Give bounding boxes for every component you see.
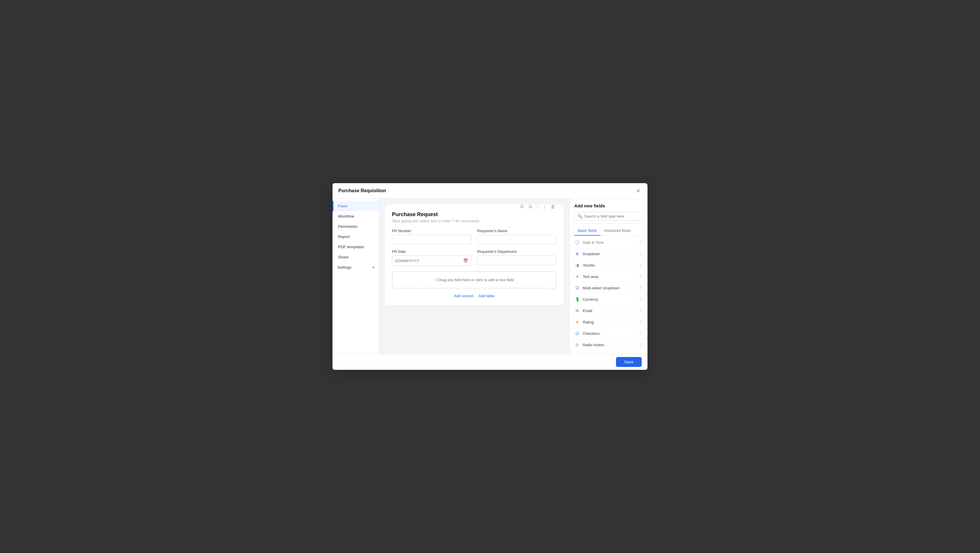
field-label-email: Email bbox=[583, 308, 592, 313]
search-box: 🔍 bbox=[574, 212, 643, 221]
modal: Purchase Requisition × Form Workflow Per… bbox=[332, 183, 648, 370]
field-item-radio-button[interactable]: ⊙ Radio button ⠿ bbox=[570, 339, 648, 351]
tab-basic-fields[interactable]: Basic fields bbox=[574, 227, 601, 236]
sidebar-item-form-label: Form bbox=[338, 204, 347, 208]
field-item-multi-select[interactable]: ☑ Multi-select dropdown ⠿ bbox=[570, 282, 648, 294]
field-item-email[interactable]: ✉ Email ⠿ bbox=[570, 305, 648, 316]
move-down-icon-button[interactable]: ↓ bbox=[542, 203, 547, 211]
field-label-rating: Rating bbox=[583, 320, 594, 324]
calendar-icon: 📅 bbox=[463, 258, 468, 263]
field-item-text-area[interactable]: ≡ Text area ⠿ bbox=[570, 271, 648, 282]
field-label-text-area: Text area bbox=[583, 275, 598, 279]
form-card-subtitle: Start typing and select text or enter '/… bbox=[392, 219, 557, 223]
drag-handle-rating[interactable]: ⠿ bbox=[640, 319, 643, 325]
sidebar-item-report-label: Report bbox=[338, 235, 350, 239]
email-icon: ✉ bbox=[574, 308, 580, 313]
modal-overlay: Purchase Requisition × Form Workflow Per… bbox=[0, 0, 980, 553]
form-card-title: Purchase Request bbox=[392, 211, 557, 218]
sidebar-item-pdf-label: PDF templates bbox=[338, 245, 364, 249]
field-label-currency: Currency bbox=[583, 297, 598, 302]
modal-body: Form Workflow Permission Report PDF temp… bbox=[332, 199, 648, 354]
form-row-1: PR Number Requester's Name bbox=[392, 229, 557, 245]
field-item-rating[interactable]: ★ Rating ⠿ bbox=[570, 316, 648, 328]
field-item-date-time[interactable]: 🕐 Date & Time ⠿ bbox=[570, 237, 648, 248]
save-button[interactable]: Save bbox=[616, 357, 642, 367]
duplicate-icon-button[interactable]: ⧉ bbox=[528, 203, 533, 211]
form-toolbar: ⚙ ⧉ ↑ ↓ 🗑 bbox=[519, 203, 557, 211]
field-label-checkbox: Checkbox bbox=[583, 331, 600, 336]
add-table-link[interactable]: Add table bbox=[479, 294, 495, 298]
sidebar-item-workflow-label: Workflow bbox=[338, 214, 354, 218]
field-label-date-time: Date & Time bbox=[583, 240, 604, 245]
sidebar: Form Workflow Permission Report PDF temp… bbox=[332, 199, 379, 354]
sidebar-item-share[interactable]: Share bbox=[332, 252, 379, 262]
radio-button-icon: ⊙ bbox=[574, 342, 580, 348]
requester-name-field: Requester's Name bbox=[477, 229, 557, 245]
drag-handle-text-area[interactable]: ⠿ bbox=[640, 274, 643, 280]
search-icon: 🔍 bbox=[578, 214, 582, 218]
sidebar-item-workflow[interactable]: Workflow bbox=[332, 211, 379, 221]
field-item-dropdown[interactable]: ⊕ Dropdown ⠿ bbox=[570, 248, 648, 260]
yes-no-icon: ◑ bbox=[574, 262, 580, 268]
sidebar-item-settings-label: Settings bbox=[337, 265, 352, 270]
move-up-icon-button[interactable]: ↑ bbox=[536, 203, 540, 211]
sidebar-item-permission-label: Permission bbox=[338, 224, 358, 229]
sidebar-item-settings[interactable]: Settings ▾ bbox=[332, 262, 379, 272]
drag-drop-text: + Drag any field here or click to add a … bbox=[435, 278, 514, 282]
sidebar-item-report[interactable]: Report bbox=[332, 232, 379, 242]
requester-dept-input[interactable] bbox=[477, 256, 557, 265]
fields-list: 🕐 Date & Time ⠿ ⊕ Dropdown ⠿ bbox=[570, 236, 648, 354]
field-item-checkbox[interactable]: ☑ Checkbox ⠿ bbox=[570, 328, 648, 339]
multi-select-icon: ☑ bbox=[574, 285, 580, 291]
pr-date-label: PR Date bbox=[392, 249, 471, 254]
field-item-currency[interactable]: 💲 Currency ⠿ bbox=[570, 294, 648, 305]
form-row-2: PR Date 📅 Requester's Department bbox=[392, 249, 557, 266]
field-label-multi-select: Multi-select dropdown bbox=[583, 286, 619, 290]
drag-handle-date-time[interactable]: ⠿ bbox=[640, 240, 643, 245]
add-links: Add section Add table bbox=[392, 292, 557, 298]
drag-handle-checkbox[interactable]: ⠿ bbox=[640, 331, 643, 336]
form-card: ⚙ ⧉ ↑ ↓ 🗑 Purchase Request Start typing … bbox=[385, 205, 563, 305]
sidebar-item-form[interactable]: Form bbox=[332, 201, 379, 211]
field-label-dropdown: Dropdown bbox=[583, 252, 600, 256]
dropdown-icon: ⊕ bbox=[574, 251, 580, 257]
drag-handle-email[interactable]: ⠿ bbox=[640, 308, 643, 313]
drag-handle-dropdown[interactable]: ⠿ bbox=[640, 251, 643, 257]
chevron-down-icon: ▾ bbox=[372, 265, 374, 270]
search-input[interactable] bbox=[584, 214, 640, 218]
rating-icon: ★ bbox=[574, 319, 580, 325]
field-item-user[interactable]: 👤 User ⠿ bbox=[570, 351, 648, 354]
date-time-icon: 🕐 bbox=[574, 240, 580, 245]
modal-title: Purchase Requisition bbox=[338, 188, 386, 193]
pr-number-label: PR Number bbox=[392, 229, 471, 233]
sidebar-item-permission[interactable]: Permission bbox=[332, 221, 379, 232]
drag-drop-zone[interactable]: + Drag any field here or click to add a … bbox=[392, 271, 557, 288]
sidebar-item-pdf-templates[interactable]: PDF templates bbox=[332, 242, 379, 252]
close-button[interactable]: × bbox=[635, 187, 642, 194]
pr-number-field: PR Number bbox=[392, 229, 471, 245]
pr-date-input-wrapper: 📅 bbox=[392, 256, 471, 266]
tab-advanced-fields[interactable]: Advanced fields bbox=[601, 227, 635, 236]
drag-handle-yes-no[interactable]: ⠿ bbox=[640, 262, 643, 268]
drag-handle-currency[interactable]: ⠿ bbox=[640, 297, 643, 302]
pr-date-field: PR Date 📅 bbox=[392, 249, 471, 266]
delete-icon-button[interactable]: 🗑 bbox=[549, 203, 557, 211]
requester-dept-label: Requester's Department bbox=[477, 249, 557, 254]
pr-date-input[interactable] bbox=[395, 259, 463, 263]
right-panel-header: Add new fields 🔍 bbox=[570, 199, 648, 224]
tabs-row: Basic fields Advanced fields bbox=[570, 224, 648, 236]
sidebar-item-share-label: Share bbox=[338, 255, 348, 259]
right-panel-title: Add new fields bbox=[574, 203, 643, 208]
drag-handle-multi-select[interactable]: ⠿ bbox=[640, 285, 643, 291]
main-content: ⚙ ⧉ ↑ ↓ 🗑 Purchase Request Start typing … bbox=[379, 199, 570, 354]
drag-handle-radio-button[interactable]: ⠿ bbox=[640, 342, 643, 348]
requester-name-label: Requester's Name bbox=[477, 229, 557, 233]
field-item-yes-no[interactable]: ◑ Yes/No ⠿ bbox=[570, 260, 648, 271]
add-section-link[interactable]: Add section bbox=[454, 294, 474, 298]
requester-name-input[interactable] bbox=[477, 235, 557, 245]
settings-icon-button[interactable]: ⚙ bbox=[519, 203, 525, 211]
field-label-radio-button: Radio button bbox=[583, 343, 605, 347]
pr-number-input[interactable] bbox=[392, 235, 471, 245]
requester-dept-field: Requester's Department bbox=[477, 249, 557, 266]
right-panel: Add new fields 🔍 Basic fields Advanced f… bbox=[570, 199, 648, 354]
